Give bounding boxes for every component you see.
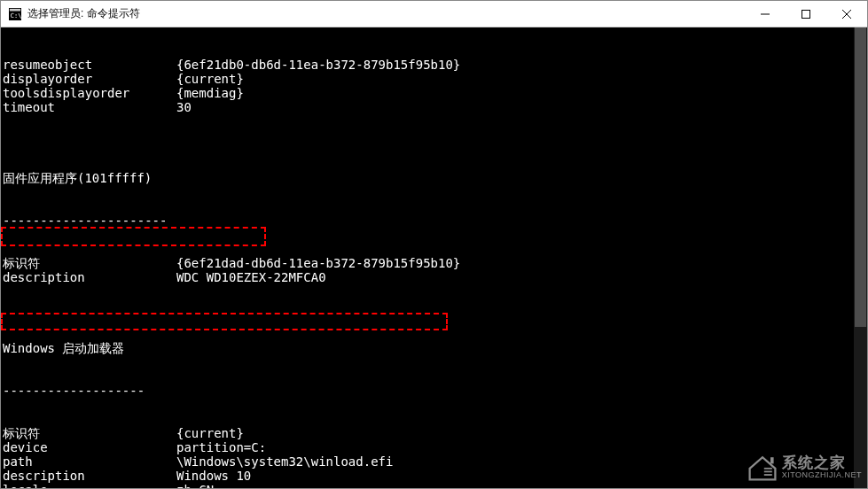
output-key: device: [3, 440, 176, 454]
scrollbar-thumb[interactable]: [855, 27, 866, 327]
svg-rect-1: [10, 8, 20, 11]
output-line: 标识符{current}: [3, 426, 865, 440]
highlight-box-1: [1, 227, 266, 246]
section-header: Windows 启动加载器: [3, 341, 124, 355]
titlebar[interactable]: C:\ 选择管理员: 命令提示符: [1, 1, 867, 27]
output-value: partition=C:: [176, 440, 266, 454]
output-value: zh-CN: [176, 483, 214, 488]
window: C:\ 选择管理员: 命令提示符 resumeobject{6ef21db0-d…: [0, 0, 868, 489]
output-key: timeout: [3, 100, 176, 114]
output-value: WDC WD10EZEX-22MFCA0: [176, 270, 326, 284]
output-key: resumeobject: [3, 58, 176, 72]
svg-text:C:\: C:\: [11, 12, 21, 19]
maximize-button[interactable]: [786, 1, 826, 27]
output-value: {current}: [176, 72, 244, 86]
output-line: descriptionWindows 10: [3, 469, 865, 483]
close-button[interactable]: [826, 1, 867, 27]
output-key: 标识符: [3, 256, 176, 270]
output-line: resumeobject{6ef21db0-db6d-11ea-b372-879…: [3, 58, 865, 72]
output-line: descriptionWDC WD10EZEX-22MFCA0: [3, 270, 865, 284]
output-key: path: [3, 454, 176, 469]
output-value: {current}: [176, 426, 244, 440]
output-key: toolsdisplayorder: [3, 86, 176, 100]
output-value: \Windows\system32\winload.efi: [176, 454, 393, 469]
cmd-icon: C:\: [8, 7, 22, 21]
output-value: 30: [176, 100, 192, 114]
output-key: locale: [3, 483, 176, 488]
output-key: description: [3, 469, 176, 483]
output-value: Windows 10: [176, 469, 251, 483]
minimize-button[interactable]: [745, 1, 786, 27]
window-title: 选择管理员: 命令提示符: [27, 6, 745, 21]
terminal-output[interactable]: resumeobject{6ef21db0-db6d-11ea-b372-879…: [1, 27, 867, 488]
output-line: path\Windows\system32\winload.efi: [3, 454, 865, 469]
titlebar-buttons: [745, 1, 867, 27]
output-value: {memdiag}: [176, 86, 244, 100]
output-line: localezh-CN: [3, 483, 865, 488]
section-header: 固件应用程序(101fffff): [3, 171, 152, 185]
output-key: description: [3, 270, 176, 284]
output-line: 标识符{6ef21dad-db6d-11ea-b372-879b15f95b10…: [3, 256, 865, 270]
output-key: displayorder: [3, 72, 176, 86]
output-value: {6ef21db0-db6d-11ea-b372-879b15f95b10}: [176, 58, 460, 72]
output-key: 标识符: [3, 426, 176, 440]
output-line: toolsdisplayorder{memdiag}: [3, 86, 865, 100]
output-value: {6ef21dad-db6d-11ea-b372-879b15f95b10}: [176, 256, 460, 270]
output-line: displayorder{current}: [3, 72, 865, 86]
scrollbar[interactable]: [854, 27, 867, 488]
svg-rect-4: [802, 10, 810, 18]
output-line: devicepartition=C:: [3, 440, 865, 454]
highlight-box-2: [1, 313, 448, 330]
output-line: timeout30: [3, 100, 865, 114]
